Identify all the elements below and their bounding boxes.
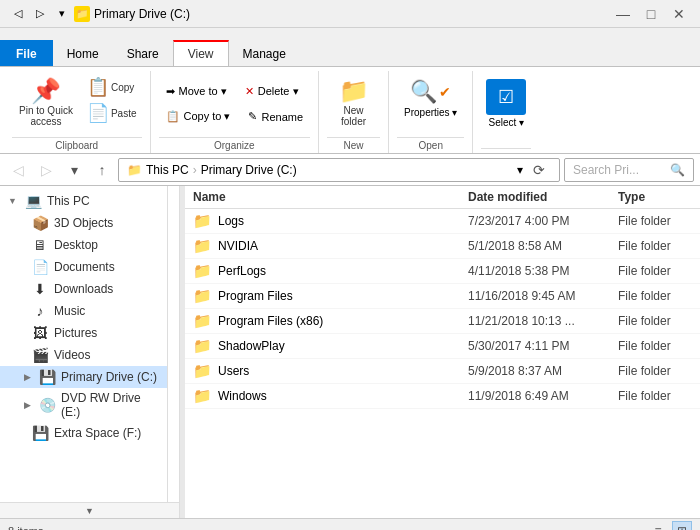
table-row[interactable]: 📁 Logs 7/23/2017 4:00 PM File folder <box>185 209 700 234</box>
table-row[interactable]: 📁 Program Files (x86) 11/21/2018 10:13 .… <box>185 309 700 334</box>
file-name: 📁 Users <box>185 362 460 380</box>
title-bar-controls: — □ ✕ <box>610 4 692 24</box>
refresh-button[interactable]: ⟳ <box>527 158 551 182</box>
close-button[interactable]: ✕ <box>666 4 692 24</box>
tab-home[interactable]: Home <box>53 40 113 66</box>
title-bar-left: ◁ ▷ ▾ 📁 Primary Drive (C:) <box>8 4 190 24</box>
copy-button[interactable]: 📋 Copy <box>82 75 142 99</box>
minimize-button[interactable]: — <box>610 4 636 24</box>
up-button[interactable]: ↑ <box>90 158 114 182</box>
sidebar-label-downloads: Downloads <box>54 282 113 296</box>
column-header-type[interactable]: Type <box>610 188 700 206</box>
scroll-down-icon: ▼ <box>85 506 94 516</box>
organize-label: Organize <box>159 137 311 153</box>
file-area: Name Date modified Type 📁 Logs 7/23/2017… <box>185 186 700 518</box>
pin-icon: 📌 <box>31 79 61 103</box>
file-name: 📁 Program Files (x86) <box>185 312 460 330</box>
properties-button[interactable]: 🔍 ✔ Properties ▾ <box>397 75 464 122</box>
table-row[interactable]: 📁 PerfLogs 4/11/2018 5:38 PM File folder <box>185 259 700 284</box>
delete-button[interactable]: ✕ Delete ▾ <box>238 81 306 103</box>
sidebar-scroll-down[interactable]: ▼ <box>0 502 179 518</box>
qa-forward[interactable]: ▷ <box>30 4 50 24</box>
window-title: Primary Drive (C:) <box>94 7 190 21</box>
file-type: File folder <box>610 314 700 328</box>
sidebar-label-3dobjects: 3D Objects <box>54 216 113 230</box>
file-type: File folder <box>610 239 700 253</box>
main-area: ▼ 💻 This PC 📦 3D Objects 🖥 Desktop 📄 Doc… <box>0 186 700 518</box>
breadcrumb-sep-1: › <box>193 163 197 177</box>
table-row[interactable]: 📁 NVIDIA 5/1/2018 8:58 AM File folder <box>185 234 700 259</box>
select-icon: ☑ <box>498 86 514 108</box>
view-grid-button[interactable]: ⊞ <box>672 521 692 531</box>
copyto-icon: 📋 <box>166 110 180 123</box>
pin-to-quick-access-button[interactable]: 📌 Pin to Quickaccess <box>12 75 80 131</box>
sidebar-item-videos[interactable]: 🎬 Videos <box>0 344 167 366</box>
sidebar-item-desktop[interactable]: 🖥 Desktop <box>0 234 167 256</box>
ribbon-group-open: 🔍 ✔ Properties ▾ Open <box>389 71 473 153</box>
sidebar-label-pictures: Pictures <box>54 326 97 340</box>
tab-share[interactable]: Share <box>113 40 173 66</box>
table-row[interactable]: 📁 ShadowPlay 5/30/2017 4:11 PM File fold… <box>185 334 700 359</box>
file-type: File folder <box>610 264 700 278</box>
new-folder-button[interactable]: 📁 Newfolder <box>332 75 376 131</box>
file-name: 📁 Windows <box>185 387 460 405</box>
extraspace-icon: 💾 <box>32 425 48 441</box>
column-header-name[interactable]: Name <box>185 188 460 206</box>
moveto-icon: ➡ <box>166 85 175 98</box>
ribbon-group-organize: ➡ Move to ▾ ✕ Delete ▾ 📋 Copy to ▾ ✎ <box>151 71 320 153</box>
file-type: File folder <box>610 289 700 303</box>
tab-file[interactable]: File <box>0 40 53 66</box>
documents-icon: 📄 <box>32 259 48 275</box>
column-header-date[interactable]: Date modified <box>460 188 610 206</box>
sidebar-item-dvdrive[interactable]: ▶ 💿 DVD RW Drive (E:) <box>0 388 167 422</box>
delete-icon: ✕ <box>245 85 254 98</box>
paste-button[interactable]: 📄 Paste <box>82 101 142 125</box>
table-row[interactable]: 📁 Program Files 11/16/2018 9:45 AM File … <box>185 284 700 309</box>
select-label <box>481 148 531 153</box>
dvdrive-icon: 💿 <box>39 397 55 413</box>
table-row[interactable]: 📁 Windows 11/9/2018 6:49 AM File folder <box>185 384 700 409</box>
recent-locations-button[interactable]: ▾ <box>62 158 86 182</box>
qa-down[interactable]: ▾ <box>52 4 72 24</box>
status-bar: 8 items ≡ ⊞ <box>0 518 700 530</box>
sidebar-item-primarydrive[interactable]: ▶ 💾 Primary Drive (C:) <box>0 366 167 388</box>
qa-back[interactable]: ◁ <box>8 4 28 24</box>
file-name: 📁 ShadowPlay <box>185 337 460 355</box>
music-icon: ♪ <box>32 303 48 319</box>
table-row[interactable]: 📁 Users 5/9/2018 8:37 AM File folder <box>185 359 700 384</box>
sidebar-label-extraspace: Extra Space (F:) <box>54 426 141 440</box>
file-type: File folder <box>610 389 700 403</box>
breadcrumb[interactable]: 📁 This PC › Primary Drive (C:) ▾ ⟳ <box>118 158 560 182</box>
move-to-button[interactable]: ➡ Move to ▾ <box>159 81 234 103</box>
pictures-icon: 🖼 <box>32 325 48 341</box>
sidebar-item-3dobjects[interactable]: 📦 3D Objects <box>0 212 167 234</box>
title-bar: ◁ ▷ ▾ 📁 Primary Drive (C:) — □ ✕ <box>0 0 700 28</box>
sidebar-item-downloads[interactable]: ⬇ Downloads <box>0 278 167 300</box>
thispc-icon: 💻 <box>25 193 41 209</box>
sidebar-label-thispc: This PC <box>47 194 90 208</box>
select-button[interactable]: ☑ Select ▾ <box>481 75 531 132</box>
window-icon: 📁 <box>74 6 90 22</box>
sidebar-item-thispc[interactable]: ▼ 💻 This PC <box>0 190 167 212</box>
search-icon: 🔍 <box>670 163 685 177</box>
forward-button[interactable]: ▷ <box>34 158 58 182</box>
maximize-button[interactable]: □ <box>638 4 664 24</box>
copy-to-button[interactable]: 📋 Copy to ▾ <box>159 106 238 128</box>
tab-manage[interactable]: Manage <box>229 40 300 66</box>
rename-button[interactable]: ✎ Rename <box>241 106 310 128</box>
search-box[interactable]: Search Pri... 🔍 <box>564 158 694 182</box>
sidebar-item-extraspace[interactable]: 💾 Extra Space (F:) <box>0 422 167 444</box>
ribbon-group-new: 📁 Newfolder New <box>319 71 389 153</box>
properties-icon: 🔍 <box>410 79 437 105</box>
sidebar-item-music[interactable]: ♪ Music <box>0 300 167 322</box>
view-list-button[interactable]: ≡ <box>648 521 668 531</box>
back-button[interactable]: ◁ <box>6 158 30 182</box>
file-date: 11/9/2018 6:49 AM <box>460 389 610 403</box>
sidebar-item-documents[interactable]: 📄 Documents <box>0 256 167 278</box>
breadcrumb-current: Primary Drive (C:) <box>201 163 297 177</box>
copy-icon: 📋 <box>87 78 109 96</box>
breadcrumb-dropdown-icon[interactable]: ▾ <box>517 163 523 177</box>
tab-view[interactable]: View <box>173 40 229 66</box>
ribbon-tab-row: File Home Share View Manage <box>0 28 700 66</box>
sidebar-item-pictures[interactable]: 🖼 Pictures <box>0 322 167 344</box>
